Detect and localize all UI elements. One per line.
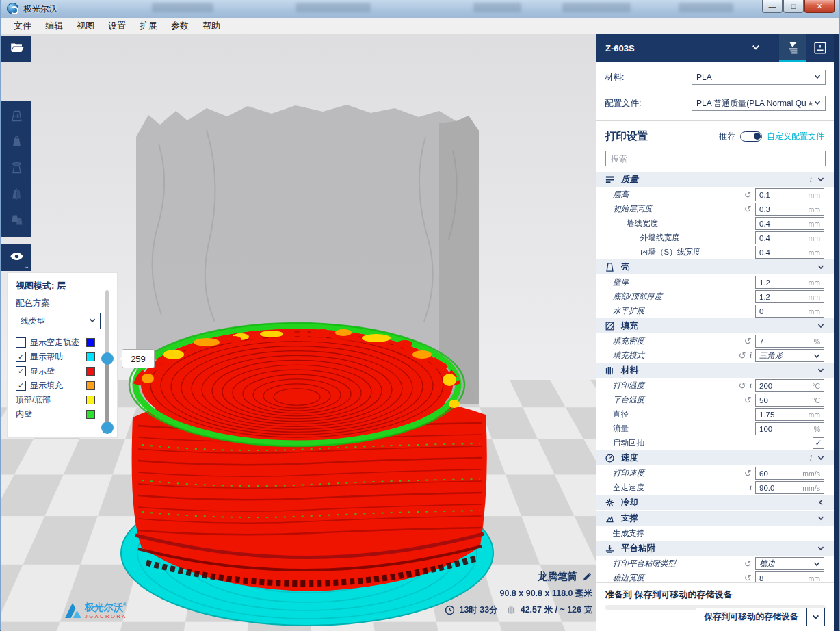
search-input[interactable] bbox=[611, 154, 820, 164]
reset-icon[interactable]: ↺ bbox=[744, 396, 752, 404]
setting-input[interactable]: 100% bbox=[755, 422, 824, 435]
legend-checkbox[interactable]: ✓ bbox=[16, 381, 26, 391]
recommended-label: 推荐 bbox=[719, 131, 735, 142]
app-logo-icon bbox=[7, 3, 18, 14]
setting-input[interactable]: 0.1mm bbox=[755, 188, 824, 201]
legend-checkbox[interactable] bbox=[16, 337, 26, 348]
setting-select[interactable]: 檐边 bbox=[755, 557, 824, 570]
chevron-down-icon[interactable] bbox=[817, 452, 824, 464]
setting-input[interactable]: 0mm bbox=[755, 305, 824, 318]
setting-select[interactable]: 三角形 bbox=[755, 349, 824, 362]
section-header-support[interactable]: 支撑 bbox=[596, 511, 834, 526]
rotate-tool-button[interactable] bbox=[1, 156, 31, 182]
setting-input[interactable]: 60mm/s bbox=[755, 467, 824, 480]
info-icon[interactable]: i bbox=[810, 175, 812, 185]
close-button[interactable]: ✕ bbox=[804, 0, 835, 13]
menu-item[interactable]: 视图 bbox=[70, 18, 101, 34]
info-icon[interactable]: i bbox=[750, 350, 752, 361]
setting-input[interactable]: 1.2mm bbox=[755, 290, 824, 303]
chevron-down-icon[interactable] bbox=[817, 173, 824, 185]
view-mode-button[interactable]: ⌄ bbox=[1, 244, 31, 271]
menu-item[interactable]: 文件 bbox=[7, 18, 38, 34]
menu-item[interactable]: 设置 bbox=[101, 18, 133, 34]
legend-checkbox[interactable]: ✓ bbox=[16, 352, 26, 362]
chevron-down-icon[interactable] bbox=[817, 320, 824, 332]
section-header-adhesion[interactable]: 平台粘附 bbox=[596, 541, 834, 556]
reset-icon[interactable]: ↺ bbox=[739, 381, 746, 390]
setting-input[interactable]: 0.3mm bbox=[755, 203, 824, 216]
setting-input[interactable]: 1.75mm bbox=[755, 408, 824, 421]
setting-input[interactable]: 200°C bbox=[755, 379, 824, 392]
section-header-cooling[interactable]: 冷却 bbox=[596, 495, 834, 510]
select-value: 三角形 bbox=[759, 350, 783, 361]
save-to-removable-button[interactable]: 保存到可移动的存储设备 bbox=[696, 608, 807, 626]
setting-input[interactable]: 90.0mm/s bbox=[755, 481, 824, 494]
settings-scrollbar[interactable] bbox=[834, 34, 839, 631]
menu-item[interactable]: 扩展 bbox=[133, 18, 164, 34]
layer-slider-handle-bottom[interactable] bbox=[101, 422, 114, 434]
section-label: 速度 bbox=[621, 452, 638, 464]
legend-checkbox[interactable]: ✓ bbox=[16, 366, 26, 376]
section-label: 壳 bbox=[621, 261, 630, 273]
setting-row: 启动回抽✓ bbox=[596, 436, 834, 450]
info-icon[interactable]: i bbox=[750, 381, 752, 391]
chevron-down-icon[interactable] bbox=[817, 542, 824, 554]
tab-prepare-slice[interactable] bbox=[779, 34, 806, 62]
setting-input[interactable]: 0.4mm bbox=[755, 246, 824, 259]
3d-viewport[interactable]: ⌄ 视图模式: 层 配色方案 线类型 显示空走轨迹✓显示帮助✓显示壁✓显示填充顶… bbox=[1, 34, 599, 631]
setting-input[interactable]: 0.4mm bbox=[755, 217, 824, 230]
open-file-button[interactable] bbox=[1, 36, 31, 62]
info-icon[interactable]: i bbox=[810, 453, 812, 463]
profile-select[interactable]: PLA 普通质量(PLA Normal Qua ★ bbox=[692, 96, 826, 111]
layer-slider[interactable] bbox=[101, 287, 114, 434]
section-header-quality[interactable]: 质量i bbox=[596, 172, 834, 187]
reset-icon[interactable]: ↺ bbox=[744, 205, 752, 214]
section-header-material[interactable]: 材料 bbox=[596, 363, 834, 378]
info-icon[interactable]: i bbox=[750, 482, 752, 493]
section-header-infill[interactable]: 填充 bbox=[596, 318, 834, 333]
menu-item[interactable]: 帮助 bbox=[196, 18, 227, 34]
reset-icon[interactable]: ↺ bbox=[744, 190, 752, 199]
setting-input[interactable]: 1.2mm bbox=[755, 276, 824, 289]
custom-profile-link[interactable]: 自定义配置文件 bbox=[767, 131, 824, 142]
rename-pencil-icon[interactable] bbox=[582, 571, 592, 582]
setting-input[interactable]: 0.4mm bbox=[755, 231, 824, 244]
reset-icon[interactable]: ↺ bbox=[744, 469, 752, 478]
reset-icon[interactable]: ↺ bbox=[744, 337, 752, 346]
material-select[interactable]: PLA bbox=[692, 70, 826, 85]
move-tool-button[interactable] bbox=[1, 104, 31, 130]
setting-input[interactable]: 50°C bbox=[755, 394, 824, 407]
setting-checkbox[interactable]: ✓ bbox=[813, 437, 824, 449]
tab-monitor[interactable] bbox=[806, 34, 834, 62]
per-model-settings-tool-button[interactable] bbox=[1, 208, 31, 234]
maximize-button[interactable]: □ bbox=[783, 0, 804, 13]
chevron-left-icon[interactable] bbox=[817, 496, 824, 508]
chevron-down-icon[interactable] bbox=[817, 512, 824, 524]
setting-checkbox[interactable] bbox=[813, 528, 824, 539]
chevron-down-icon[interactable] bbox=[817, 261, 824, 273]
scale-tool-button[interactable] bbox=[1, 130, 31, 156]
color-scheme-select[interactable]: 线类型 bbox=[16, 313, 101, 329]
layer-slider-track-upper[interactable] bbox=[105, 290, 109, 359]
setting-label: 层高 bbox=[596, 190, 629, 200]
section-header-speed[interactable]: 速度i bbox=[596, 450, 834, 465]
chevron-down-icon[interactable] bbox=[813, 558, 820, 570]
menu-item[interactable]: 参数 bbox=[164, 18, 196, 34]
recommended-toggle[interactable] bbox=[740, 131, 762, 142]
input-value: 7 bbox=[759, 337, 763, 346]
reset-icon[interactable]: ↺ bbox=[744, 574, 752, 582]
input-unit: mm bbox=[809, 191, 821, 199]
printer-select-chevron-icon[interactable] bbox=[752, 42, 760, 54]
section-header-shell[interactable]: 壳 bbox=[596, 259, 834, 274]
setting-input[interactable]: 7% bbox=[755, 335, 824, 348]
layer-slider-handle-top[interactable] bbox=[101, 352, 114, 365]
mirror-tool-button[interactable] bbox=[1, 182, 31, 208]
menu-item[interactable]: 编辑 bbox=[38, 18, 70, 34]
reset-icon[interactable]: ↺ bbox=[744, 559, 752, 568]
chevron-down-icon[interactable] bbox=[817, 364, 824, 376]
save-options-chevron[interactable] bbox=[806, 608, 824, 626]
layer-slider-track-lower[interactable] bbox=[105, 359, 109, 427]
chevron-down-icon[interactable] bbox=[813, 350, 820, 362]
minimize-button[interactable]: — bbox=[762, 0, 783, 13]
reset-icon[interactable]: ↺ bbox=[739, 351, 746, 360]
